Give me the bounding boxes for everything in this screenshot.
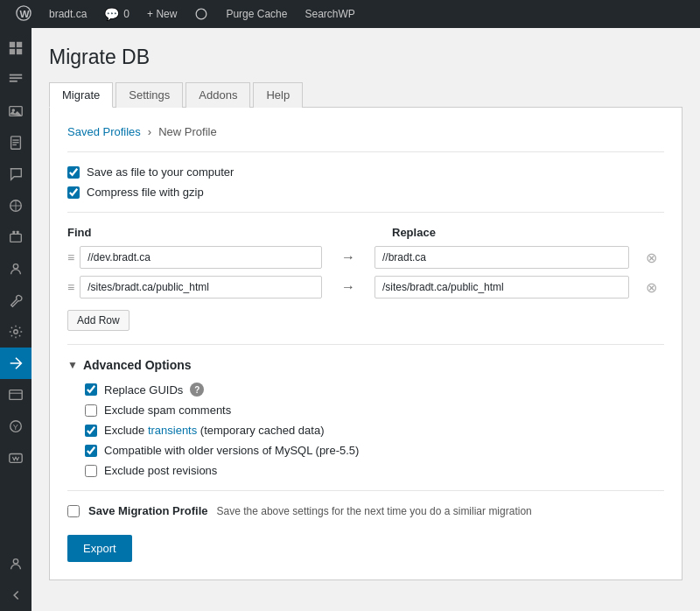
svg-rect-4 bbox=[10, 49, 15, 54]
replace-label: Replace bbox=[392, 226, 664, 239]
breadcrumb-saved-profiles[interactable]: Saved Profiles bbox=[67, 125, 141, 138]
advanced-options-toggle[interactable]: ▼ Advanced Options bbox=[67, 358, 664, 372]
compress-gzip-label: Compress file with gzip bbox=[87, 186, 204, 199]
svg-rect-2 bbox=[10, 42, 15, 47]
breadcrumb-separator: › bbox=[148, 125, 151, 138]
sidebar: Y bbox=[0, 28, 32, 611]
find-replace-section: Find Replace ≡ → ⊗ ≡ bbox=[67, 226, 664, 331]
sidebar-dashboard-icon[interactable] bbox=[0, 32, 32, 64]
purge-cache-label: Purge Cache bbox=[226, 8, 287, 20]
compress-gzip-row: Compress file with gzip bbox=[67, 186, 664, 199]
save-migration-profile-row: Save Migration Profile Save the above se… bbox=[67, 490, 664, 530]
sidebar-collapse-icon[interactable] bbox=[0, 579, 32, 611]
sidebar-users-icon[interactable] bbox=[0, 253, 32, 284]
divider-1 bbox=[67, 151, 664, 152]
sidebar-plugins-icon[interactable] bbox=[0, 221, 32, 253]
svg-rect-13 bbox=[12, 142, 18, 143]
replace-input-1[interactable] bbox=[374, 246, 629, 269]
arrow-2: → bbox=[331, 279, 366, 295]
wp-logo-item[interactable]: W bbox=[7, 0, 40, 28]
adv-exclude-revisions-row: Exclude post revisions bbox=[85, 464, 664, 477]
replace-guids-checkbox[interactable] bbox=[85, 383, 97, 396]
adv-exclude-transients-row: Exclude transients (temporary cached dat… bbox=[85, 424, 664, 437]
advanced-options-title: Advanced Options bbox=[83, 358, 192, 372]
tab-settings[interactable]: Settings bbox=[116, 82, 183, 108]
svg-rect-14 bbox=[12, 144, 17, 145]
breadcrumb: Saved Profiles › New Profile bbox=[67, 125, 664, 138]
exclude-spam-checkbox[interactable] bbox=[85, 404, 97, 417]
save-as-file-checkbox[interactable] bbox=[67, 166, 80, 179]
new-label: + New bbox=[147, 8, 177, 20]
remove-row-1-button[interactable]: ⊗ bbox=[638, 249, 664, 266]
wp-icon-item[interactable] bbox=[186, 0, 217, 28]
sidebar-pages-icon[interactable] bbox=[0, 127, 32, 158]
sidebar-import-icon[interactable] bbox=[0, 379, 32, 411]
sidebar-media-icon[interactable] bbox=[0, 95, 32, 127]
drag-handle-2[interactable]: ≡ bbox=[67, 280, 74, 294]
tab-addons[interactable]: Addons bbox=[186, 82, 250, 108]
searchwp-label: SearchWP bbox=[304, 8, 354, 20]
svg-rect-18 bbox=[10, 234, 22, 242]
svg-text:W: W bbox=[20, 7, 31, 18]
find-label: Find bbox=[67, 226, 340, 239]
svg-point-20 bbox=[14, 330, 18, 334]
exclude-revisions-label: Exclude post revisions bbox=[104, 464, 217, 477]
sidebar-profile-icon[interactable] bbox=[0, 548, 32, 579]
save-as-file-row: Save as file to your computer bbox=[67, 165, 664, 179]
site-name: bradt.ca bbox=[49, 8, 87, 20]
sidebar-comments-icon[interactable] bbox=[0, 158, 32, 190]
export-button[interactable]: Export bbox=[67, 535, 132, 562]
compat-mysql-checkbox[interactable] bbox=[85, 445, 97, 457]
compress-gzip-checkbox[interactable] bbox=[67, 186, 80, 199]
svg-point-19 bbox=[13, 264, 18, 269]
sidebar-migrate-icon[interactable] bbox=[0, 348, 32, 379]
sidebar-yoast-icon[interactable]: Y bbox=[0, 411, 32, 442]
exclude-transients-checkbox[interactable] bbox=[85, 425, 97, 437]
adv-exclude-spam-row: Exclude spam comments bbox=[85, 404, 664, 417]
transients-link[interactable]: transients bbox=[148, 424, 197, 437]
svg-rect-24 bbox=[10, 454, 22, 463]
replace-guids-help-icon[interactable]: ? bbox=[190, 383, 204, 397]
exclude-spam-label: Exclude spam comments bbox=[104, 404, 231, 417]
svg-rect-7 bbox=[10, 77, 22, 79]
advanced-options: ▼ Advanced Options Replace GUIDs ? Exclu… bbox=[67, 358, 664, 477]
sidebar-settings-icon[interactable] bbox=[0, 316, 32, 348]
tab-content-migrate: Saved Profiles › New Profile Save as fil… bbox=[49, 108, 682, 580]
sidebar-posts-icon[interactable] bbox=[0, 64, 32, 95]
sidebar-tools-icon[interactable] bbox=[0, 284, 32, 316]
comment-icon: 💬 bbox=[104, 7, 119, 21]
site-name-item[interactable]: bradt.ca bbox=[40, 0, 95, 28]
find-replace-header: Find Replace bbox=[67, 226, 664, 239]
drag-handle-1[interactable]: ≡ bbox=[67, 250, 74, 264]
svg-text:Y: Y bbox=[13, 423, 18, 432]
purge-cache-item[interactable]: Purge Cache bbox=[217, 0, 296, 28]
replace-input-2[interactable] bbox=[374, 276, 629, 298]
exclude-transients-label: Exclude transients (temporary cached dat… bbox=[104, 424, 324, 437]
save-migration-description: Save the above settings for the next tim… bbox=[217, 505, 532, 517]
find-input-1[interactable] bbox=[80, 246, 322, 269]
find-input-2[interactable] bbox=[80, 276, 322, 298]
comments-count: 0 bbox=[123, 8, 130, 20]
content-area: Migrate DB Migrate Settings Addons Help … bbox=[32, 28, 700, 611]
compat-mysql-label: Compatible with older versions of MySQL … bbox=[104, 444, 359, 457]
add-row-button[interactable]: Add Row bbox=[67, 310, 130, 331]
tab-help[interactable]: Help bbox=[253, 82, 303, 108]
wp-logo-icon: W bbox=[16, 5, 32, 24]
exclude-revisions-checkbox[interactable] bbox=[85, 465, 97, 477]
remove-row-2-button[interactable]: ⊗ bbox=[638, 279, 664, 296]
searchwp-item[interactable]: SearchWP bbox=[296, 0, 363, 28]
new-item[interactable]: + New bbox=[138, 0, 186, 28]
sidebar-appearance-icon[interactable] bbox=[0, 190, 32, 221]
svg-point-25 bbox=[13, 559, 18, 564]
page-title: Migrate DB bbox=[49, 46, 682, 69]
comments-item[interactable]: 💬 0 bbox=[95, 0, 138, 28]
tab-migrate[interactable]: Migrate bbox=[49, 82, 113, 108]
tabs: Migrate Settings Addons Help bbox=[49, 82, 682, 108]
sidebar-woo-icon[interactable] bbox=[0, 442, 32, 474]
admin-bar: W bradt.ca 💬 0 + New Purge Cache SearchW… bbox=[0, 0, 700, 28]
save-migration-checkbox[interactable] bbox=[67, 505, 80, 517]
divider-2 bbox=[67, 212, 664, 213]
save-migration-label: Save Migration Profile bbox=[88, 504, 208, 517]
find-replace-row-2: ≡ → ⊗ bbox=[67, 276, 664, 298]
arrow-1: → bbox=[331, 249, 366, 265]
